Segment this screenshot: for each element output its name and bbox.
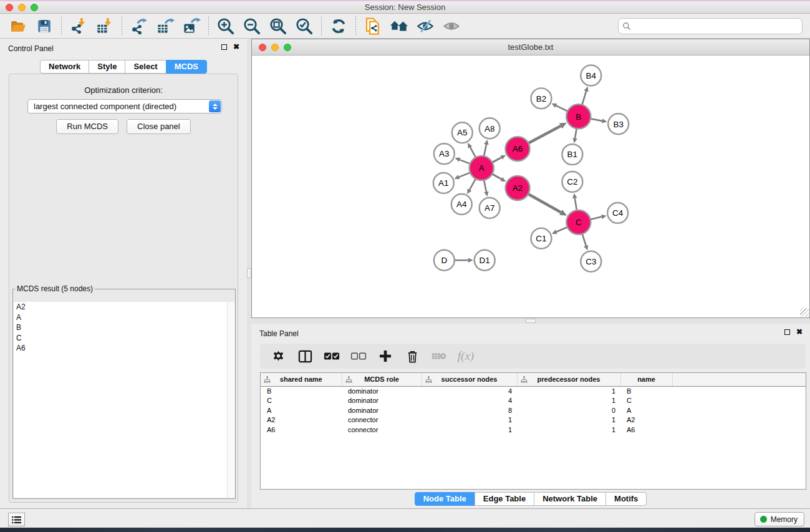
table-cell[interactable]: A6 xyxy=(261,425,342,435)
table-row[interactable]: A6connector11A6 xyxy=(261,425,806,435)
import-table-button[interactable] xyxy=(92,16,118,37)
table-cell[interactable]: 4 xyxy=(422,386,517,396)
export-image-button[interactable] xyxy=(178,16,205,37)
network-window-controls[interactable] xyxy=(259,44,291,51)
table-cell[interactable]: A6 xyxy=(620,425,672,435)
list-item[interactable]: B xyxy=(14,322,234,333)
column-settings-button[interactable] xyxy=(270,347,286,365)
column-header-shared-name[interactable]: shared name xyxy=(261,373,342,386)
minimize-network-window-button[interactable] xyxy=(271,44,279,51)
column-header-predecessor-nodes[interactable]: predecessor nodes xyxy=(517,373,620,386)
close-panel-icon[interactable]: ✖ xyxy=(233,44,239,50)
network-window-titlebar[interactable]: testGlobe.txt xyxy=(252,39,809,56)
vertical-splitter[interactable] xyxy=(247,39,251,508)
optimization-criterion-select[interactable]: largest connected component (directed) xyxy=(27,99,222,114)
table-cell[interactable]: 8 xyxy=(422,405,517,415)
table-cell[interactable]: A xyxy=(620,405,672,415)
add-row-button[interactable] xyxy=(377,347,393,365)
float-table-panel-icon[interactable] xyxy=(784,329,790,335)
function-builder-button[interactable]: f(x) xyxy=(458,347,474,365)
table-cell[interactable]: C xyxy=(261,396,342,406)
table-cell[interactable]: 4 xyxy=(422,396,517,406)
arrowhead xyxy=(584,87,589,92)
float-panel-icon[interactable] xyxy=(221,44,227,50)
open-session-button[interactable] xyxy=(5,16,31,37)
export-table-button[interactable] xyxy=(152,16,178,37)
column-type-icon xyxy=(345,376,352,384)
table-row[interactable]: Bdominator41B xyxy=(261,386,806,396)
table-cell[interactable]: C xyxy=(620,396,672,406)
table-cell[interactable]: A2 xyxy=(620,415,672,425)
tab-node-table[interactable]: Node Table xyxy=(415,492,475,506)
network-canvas[interactable]: AA2A6BCA1A3A4A5A7A8B1B2B3B4C1C2C3C4DD1 xyxy=(252,56,809,317)
table-cell[interactable]: 1 xyxy=(517,386,620,396)
zoom-out-button[interactable] xyxy=(239,16,265,37)
minimize-window-button[interactable] xyxy=(18,4,26,11)
table-cell[interactable]: dominator xyxy=(342,396,422,406)
horizontal-splitter[interactable] xyxy=(251,318,810,324)
table-row[interactable]: Cdominator41C xyxy=(261,396,806,406)
table-cell[interactable]: connector xyxy=(342,415,422,425)
tab-mcds[interactable]: MCDS xyxy=(166,60,207,74)
tab-select[interactable]: Select xyxy=(125,60,166,74)
table-cell[interactable]: 1 xyxy=(517,425,620,435)
window-resize-grip[interactable] xyxy=(800,308,809,317)
network-graph[interactable]: AA2A6BCA1A3A4A5A7A8B1B2B3B4C1C2C3C4DD1 xyxy=(252,56,809,317)
zoom-window-button[interactable] xyxy=(31,4,38,11)
task-history-button[interactable] xyxy=(8,513,25,526)
tab-edge-table[interactable]: Edge Table xyxy=(475,492,534,506)
zoom-fit-button[interactable] xyxy=(265,16,291,37)
show-graphics-details-button[interactable] xyxy=(438,16,465,37)
close-network-window-button[interactable] xyxy=(259,44,266,51)
column-header-mcds-role[interactable]: MCDS role xyxy=(342,373,422,386)
import-network-button[interactable] xyxy=(65,16,92,37)
export-network-button[interactable] xyxy=(126,16,152,37)
table-row[interactable]: Adominator80A xyxy=(261,405,806,415)
table-cell[interactable]: 1 xyxy=(422,425,517,435)
table-cell[interactable]: 1 xyxy=(517,396,620,406)
refresh-layout-button[interactable] xyxy=(325,16,352,37)
result-list-scrollbar[interactable] xyxy=(227,302,234,498)
table-cell[interactable]: dominator xyxy=(342,405,422,415)
list-item[interactable]: A xyxy=(14,312,234,323)
deselect-all-checkboxes-button[interactable] xyxy=(350,347,367,365)
search-input[interactable] xyxy=(618,18,803,34)
close-table-panel-icon[interactable]: ✖ xyxy=(796,329,803,335)
home-view-button[interactable] xyxy=(386,16,412,37)
zoom-in-button[interactable] xyxy=(213,16,239,37)
list-item[interactable]: C xyxy=(14,333,234,344)
select-all-checkboxes-button[interactable] xyxy=(324,347,340,365)
tab-style[interactable]: Style xyxy=(89,60,125,74)
network-from-file-button[interactable] xyxy=(360,16,386,37)
tab-network-table[interactable]: Network Table xyxy=(534,492,606,506)
show-columns-button[interactable] xyxy=(297,347,313,365)
close-window-button[interactable] xyxy=(6,4,13,11)
table-row[interactable]: A2connector11A2 xyxy=(261,415,806,425)
table-cell[interactable]: B xyxy=(620,386,672,396)
table-cell[interactable]: 1 xyxy=(422,415,517,425)
hide-graphics-details-button[interactable] xyxy=(412,16,438,37)
delete-rows-button[interactable] xyxy=(404,347,420,365)
zoom-selected-button[interactable] xyxy=(291,16,317,37)
save-session-button[interactable] xyxy=(31,16,57,37)
close-panel-button[interactable]: Close panel xyxy=(127,119,191,134)
table-cell[interactable]: dominator xyxy=(342,386,422,396)
delete-table-button[interactable] xyxy=(431,347,447,365)
table-cell[interactable]: connector xyxy=(342,425,422,435)
column-header-successor-nodes[interactable]: successor nodes xyxy=(422,373,517,386)
list-item[interactable]: A2 xyxy=(14,302,234,312)
table-cell[interactable]: A xyxy=(261,405,342,415)
run-mcds-button[interactable]: Run MCDS xyxy=(56,119,118,134)
memory-button[interactable]: Memory xyxy=(755,512,804,526)
table-cell[interactable]: 1 xyxy=(517,415,620,425)
zoom-network-window-button[interactable] xyxy=(284,44,291,51)
mcds-result-list[interactable]: A2ABCA6 xyxy=(14,302,234,498)
table-cell[interactable]: A2 xyxy=(261,415,342,425)
table-cell[interactable]: B xyxy=(261,386,342,396)
table-cell[interactable]: 0 xyxy=(517,405,620,415)
list-item[interactable]: A6 xyxy=(14,343,234,354)
window-controls[interactable] xyxy=(6,4,38,11)
tab-network[interactable]: Network xyxy=(40,60,89,74)
tab-motifs[interactable]: Motifs xyxy=(605,492,647,506)
column-header-name[interactable]: name xyxy=(620,373,672,386)
